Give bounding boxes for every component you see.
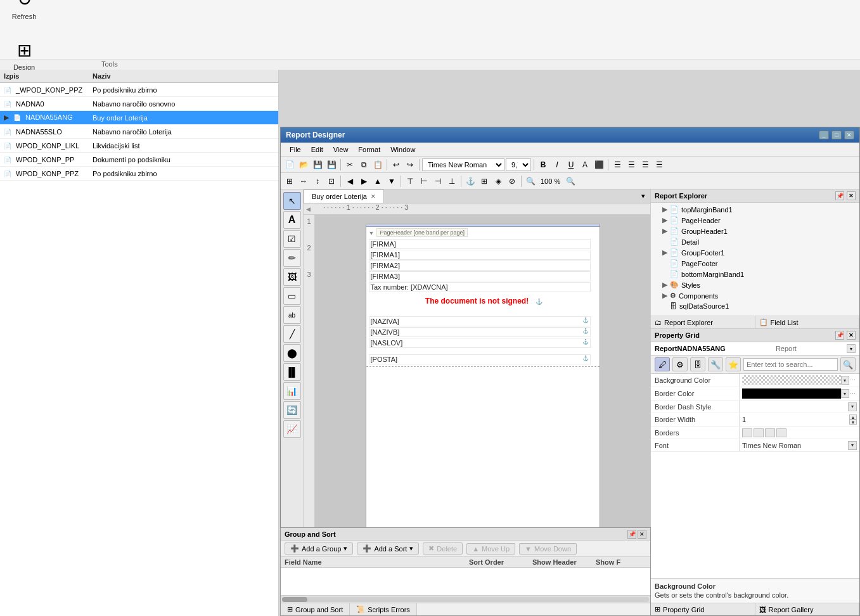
rd-tb2-14[interactable]: ⊞ [478,175,491,188]
pg-tab-grid[interactable]: ⊞ Property Grid [651,603,755,615]
rd-tb2-7[interactable]: ▲ [371,175,384,188]
rd-align-justify-btn[interactable]: ☰ [653,158,665,171]
pg-btn-gear[interactable]: ⚙ [672,357,688,371]
pg-btn-db[interactable]: 🗄 [690,357,705,371]
gs-tab-scripts[interactable]: 📜 Scripts Errors [350,603,417,615]
rd-restore-btn[interactable]: □ [831,131,842,139]
tool-rect[interactable]: ▭ [283,287,301,305]
rd-tb2-16[interactable]: ⊘ [506,175,518,188]
field-posta[interactable]: [POSTA] [369,354,591,364]
re-tree-item[interactable]: ▶ 📄 GroupFooter1 [651,247,859,258]
rd-underline-btn[interactable]: U [565,158,577,171]
list-item[interactable]: ▶ 📄 NADNA55ANG Buy order Loterija [0,111,278,125]
pg-search-btn[interactable]: 🔍 [840,357,856,371]
rd-copy-btn[interactable]: ⧉ [357,158,370,171]
field-firma2[interactable]: [FIRMA2] [369,260,591,271]
menu-edit[interactable]: Edit [306,144,328,155]
gs-scroll-thumb[interactable] [282,597,307,602]
rd-tb2-1[interactable]: ⊞ [283,175,296,188]
tool-pencil[interactable]: ✏ [283,249,301,267]
re-tree-item[interactable]: ▶ 📄 topMarginBand1 [651,204,859,215]
field-nazivb[interactable]: [NAZIVB] [369,327,591,337]
rd-close-btn[interactable]: ✕ [844,131,854,139]
pg-subject-dropdown[interactable]: ▾ [847,344,856,353]
rd-tb2-9[interactable]: ⊤ [404,175,416,188]
field-naziva[interactable]: [NAZIVA] [369,316,591,326]
tool-image[interactable]: 🖼 [283,268,301,286]
spinner-down[interactable]: ▼ [849,420,857,425]
rd-bgcolor-btn[interactable]: ⬛ [593,158,605,171]
rd-redo-btn[interactable]: ↪ [404,158,416,171]
gs-add-sort-btn[interactable]: ➕ Add a Sort ▾ [357,542,419,555]
border-btn-4[interactable] [776,428,786,437]
gs-add-group-btn[interactable]: ➕ Add a Group ▾ [285,542,353,555]
pg-btn-wrench[interactable]: 🔧 [708,357,723,371]
pg-pin-btn[interactable]: 📌 [835,331,844,340]
rd-save-btn[interactable]: 💾 [311,158,324,171]
tool-pointer[interactable]: ↖ [283,192,301,210]
field-firma3[interactable]: [FIRMA3] [369,271,591,281]
pg-val-extra[interactable]: ⋯ [849,389,857,398]
pg-tab-gallery[interactable]: 🖼 Report Gallery [755,603,860,615]
tool-checkbox[interactable]: ☑ [283,230,301,248]
rd-tb2-3[interactable]: ↕ [311,175,324,188]
pg-val-extra[interactable]: ⋯ [849,376,857,385]
rd-minimize-btn[interactable]: _ [819,131,829,139]
tool-sparkline[interactable]: 📈 [283,420,301,438]
rd-tab-close[interactable]: ✕ [371,193,376,200]
pg-val-dropdown[interactable]: ▾ [841,389,849,398]
list-item[interactable]: 📄 NADNA0 Nabavno naročilo osnovno [0,97,278,111]
rd-tb2-12[interactable]: ⊥ [446,175,458,188]
re-tree-item[interactable]: 📄 Detail [651,236,859,247]
rd-tb2-4[interactable]: ⊡ [325,175,338,188]
rd-font-size[interactable]: 9,75 [506,158,531,171]
border-btn-2[interactable] [754,428,764,437]
re-tree-item[interactable]: ▶ 📄 PageHeader [651,215,859,226]
pg-close-btn[interactable]: ✕ [847,331,856,340]
rd-italic-btn[interactable]: I [551,158,563,171]
rd-align-right-btn[interactable]: ☰ [639,158,651,171]
gs-pin-btn[interactable]: 📌 [627,530,636,539]
pg-btn-pencil[interactable]: 🖊 [655,357,670,371]
tool-text[interactable]: A [283,211,301,229]
gs-scrollbar[interactable] [281,595,650,603]
re-tab-explorer[interactable]: 🗂 Report Explorer [651,316,755,328]
re-tree-item[interactable]: 📄 PageFooter [651,258,859,269]
menu-format[interactable]: Format [353,144,385,155]
tool-chart[interactable]: 📊 [283,382,301,400]
pg-btn-star[interactable]: ⭐ [726,357,741,371]
rd-cut-btn[interactable]: ✂ [343,158,356,171]
re-tree-item[interactable]: ▶ 📄 GroupHeader1 [651,226,859,236]
rd-tb2-15[interactable]: ◈ [492,175,504,188]
rd-color-btn[interactable]: A [579,158,591,171]
list-item[interactable]: 📄 NADNA55SLO Nabavno naročilo Loterija [0,125,278,139]
field-naslov[interactable]: [NASLOV] [369,338,591,348]
rd-tb2-11[interactable]: ⊣ [432,175,444,188]
rd-zoom-out-btn[interactable]: 🔍 [564,175,577,188]
tool-line[interactable]: ╱ [283,325,301,343]
field-firma[interactable]: [FIRMA] [369,239,591,249]
list-item[interactable]: 📄 WPOD_KONP_PP Dokumenti po podsikniku [0,153,278,167]
toolbar-refresh-btn[interactable]: ↻Refresh [5,0,43,30]
list-item[interactable]: 📄 _WPOD_KONP_PPZ Po podsikniku zbirno [0,83,278,97]
rd-tb2-2[interactable]: ↔ [297,175,310,188]
rd-save2-btn[interactable]: 💾 [325,158,338,171]
rd-paste-btn[interactable]: 📋 [371,158,384,171]
list-item[interactable]: 📄 WPOD_KONP_LIKL Likvidacijski list [0,139,278,153]
tool-gauge[interactable]: 🔄 [283,401,301,419]
re-tree-item[interactable]: ▶ 🎨 Styles [651,279,859,290]
re-tree-item[interactable]: ▶ ⚙ Components [651,290,859,301]
field-firma1[interactable]: [FIRMA1] [369,250,591,260]
pg-val-dropdown[interactable]: ▾ [848,402,857,411]
rd-undo-btn[interactable]: ↩ [390,158,402,171]
pg-val-dropdown[interactable]: ▾ [848,441,857,450]
rd-zoom-in-btn[interactable]: 🔍 [524,175,537,188]
spinner-up[interactable]: ▲ [849,414,857,420]
border-btn-1[interactable] [742,428,752,437]
add-sort-dropdown[interactable]: ▾ [409,544,413,553]
rd-tb2-13[interactable]: ⚓ [464,175,477,188]
gs-tab-groupsort[interactable]: ⊞ Group and Sort [281,603,350,615]
field-xdavcna[interactable]: Tax number: [XDAVCNA] [369,282,591,292]
rd-align-center-btn[interactable]: ☰ [625,158,638,171]
rd-tb2-6[interactable]: ▶ [357,175,370,188]
